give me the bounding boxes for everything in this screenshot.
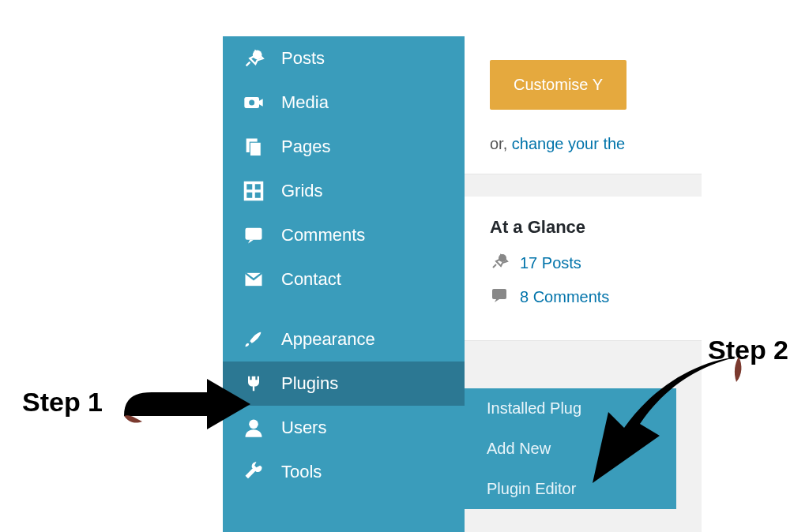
pin-icon xyxy=(490,252,509,275)
at-a-glance-card: At a Glance 17 Posts 8 Comments xyxy=(465,197,702,341)
or-change-theme: or, change your the xyxy=(490,135,702,153)
annotation-step1-label: Step 1 xyxy=(22,387,103,418)
svg-point-11 xyxy=(499,254,506,262)
submenu-add-new[interactable]: Add New xyxy=(465,429,676,469)
envelope-icon xyxy=(242,268,265,291)
comments-count: 8 Comments xyxy=(520,288,609,306)
annotation-step2-label: Step 2 xyxy=(708,335,788,365)
sidebar-item-label: Comments xyxy=(281,225,365,245)
wrench-icon xyxy=(242,460,265,484)
sidebar-item-appearance[interactable]: Appearance xyxy=(223,317,465,362)
svg-rect-8 xyxy=(246,228,262,240)
sidebar-item-pages[interactable]: Pages xyxy=(223,125,465,169)
sidebar-item-grids[interactable]: Grids xyxy=(223,169,465,213)
sidebar-item-tools[interactable]: Tools xyxy=(223,450,465,494)
submenu-installed-plugins[interactable]: Installed Plug xyxy=(465,388,676,429)
svg-rect-4 xyxy=(250,142,261,156)
sidebar-item-label: Users xyxy=(281,418,326,438)
sidebar-item-label: Grids xyxy=(281,181,323,201)
svg-point-10 xyxy=(249,420,258,429)
svg-point-2 xyxy=(249,100,254,106)
sidebar-item-label: Tools xyxy=(281,462,322,482)
sidebar-item-label: Appearance xyxy=(281,329,375,350)
brush-icon xyxy=(242,328,265,351)
admin-sidebar: Posts Media Pages Grids Comments Contact… xyxy=(223,36,465,532)
comment-icon xyxy=(242,223,265,247)
svg-rect-12 xyxy=(492,289,506,299)
plugins-submenu: Installed Plug Add New Plugin Editor xyxy=(465,388,676,509)
sidebar-item-label: Contact xyxy=(281,269,341,290)
sidebar-item-label: Plugins xyxy=(281,373,338,394)
submenu-plugin-editor[interactable]: Plugin Editor xyxy=(465,469,676,509)
glance-posts-row[interactable]: 17 Posts xyxy=(490,252,702,275)
sidebar-item-label: Posts xyxy=(281,48,325,69)
sidebar-item-users[interactable]: Users xyxy=(223,406,465,450)
sidebar-item-contact[interactable]: Contact xyxy=(223,257,465,302)
sidebar-item-media[interactable]: Media xyxy=(223,81,465,125)
or-text: or, xyxy=(490,135,512,152)
customise-button[interactable]: Customise Y xyxy=(490,60,627,110)
glance-title: At a Glance xyxy=(490,217,702,238)
comment-icon xyxy=(490,286,509,309)
sidebar-item-label: Pages xyxy=(281,137,330,157)
customise-card: Customise Y or, change your the xyxy=(465,36,702,174)
camera-icon xyxy=(242,91,265,114)
change-theme-link[interactable]: change your the xyxy=(512,135,625,152)
posts-count: 17 Posts xyxy=(520,254,581,272)
sidebar-item-comments[interactable]: Comments xyxy=(223,213,465,257)
grid-icon xyxy=(242,179,265,203)
plug-icon xyxy=(242,372,265,395)
glance-comments-row[interactable]: 8 Comments xyxy=(490,286,702,309)
user-icon xyxy=(242,416,265,440)
pages-icon xyxy=(242,135,265,159)
sidebar-item-plugins[interactable]: Plugins xyxy=(223,362,465,406)
sidebar-item-posts[interactable]: Posts xyxy=(223,36,465,81)
svg-point-0 xyxy=(253,51,262,60)
sidebar-item-label: Media xyxy=(281,92,329,113)
pin-icon xyxy=(242,47,265,70)
